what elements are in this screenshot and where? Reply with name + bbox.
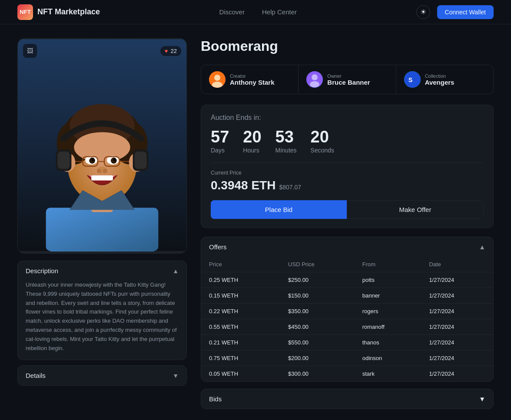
navbar-links: Discover Help Center	[219, 8, 297, 16]
offers-table: Price USD Price From Date 0.25 WETH $250…	[201, 257, 493, 381]
countdown-seconds-label: Seconds	[311, 147, 334, 154]
offer-date: 1/27/2024	[421, 319, 493, 335]
logo-icon: NFT	[17, 4, 33, 20]
bids-box: Bids ▼	[201, 389, 494, 409]
countdown-days: 57 Days	[211, 129, 229, 154]
theme-toggle-button[interactable]: ☀	[416, 5, 430, 19]
navbar-brand: NFT NFT Marketplace	[17, 4, 100, 20]
offer-usd: $150.00	[280, 288, 355, 304]
details-title: Details	[26, 372, 46, 379]
svg-point-27	[97, 169, 101, 173]
offer-date: 1/27/2024	[421, 335, 493, 351]
creator-info: Creator Anthony Stark	[230, 73, 275, 86]
image-top-bar: 🖼 ♥ 22	[23, 44, 181, 58]
creator-avatar	[209, 71, 226, 88]
bids-chevron-icon: ▼	[479, 395, 485, 403]
countdown-minutes-num: 53	[275, 129, 297, 145]
offers-chevron-icon: ▲	[479, 243, 485, 251]
offers-header[interactable]: Offers ▲	[201, 237, 493, 257]
sun-icon: ☀	[420, 8, 426, 16]
make-offer-button[interactable]: Make Offer	[347, 200, 484, 219]
connect-wallet-button[interactable]: Connect Wallet	[437, 5, 494, 19]
countdown-row: 57 Days 20 Hours 53 Minutes 20 Seconds	[211, 129, 484, 154]
table-row: 0.05 WETH $300.00 stark 1/27/2024	[201, 366, 493, 382]
nav-discover[interactable]: Discover	[219, 8, 245, 16]
left-panel: 🖼 ♥ 22	[17, 38, 187, 386]
price-row: 0.3948 ETH $807.07	[211, 179, 484, 192]
offer-from: potts	[355, 272, 421, 288]
offer-date: 1/27/2024	[421, 288, 493, 304]
description-header[interactable]: Description ▲	[18, 261, 186, 281]
offer-date: 1/27/2024	[421, 366, 493, 382]
offer-date: 1/27/2024	[421, 304, 493, 319]
nft-image-container: 🖼 ♥ 22	[17, 38, 187, 254]
offer-price: 0.75 WETH	[201, 351, 280, 366]
offer-from: thanos	[355, 335, 421, 351]
offer-from: stark	[355, 366, 421, 382]
offer-date: 1/27/2024	[421, 272, 493, 288]
creator-name: Anthony Stark	[230, 79, 275, 86]
svg-point-13	[74, 132, 130, 162]
creator-avatar-image	[209, 71, 226, 88]
collection-avatar-image: S	[404, 71, 421, 88]
svg-text:S: S	[408, 76, 412, 83]
description-body: Unleash your inner meowjesty with the Ta…	[18, 281, 186, 360]
svg-point-40	[310, 81, 319, 87]
offer-from: odinson	[355, 351, 421, 366]
table-row: 0.22 WETH $350.00 rogers 1/27/2024	[201, 304, 493, 319]
navbar: NFT NFT Marketplace Discover Help Center…	[0, 0, 511, 24]
offer-from: romanoff	[355, 319, 421, 335]
auction-title: Auction Ends in:	[211, 114, 484, 122]
collection-label: Collection	[425, 73, 455, 79]
offers-title: Offers	[209, 243, 227, 251]
place-bid-button[interactable]: Place Bid	[211, 200, 347, 219]
collection-cell: S Collection Avengers	[396, 65, 493, 94]
countdown-days-label: Days	[211, 147, 229, 154]
price-usd: $807.07	[279, 184, 301, 191]
owner-info: Owner Bruce Banner	[327, 73, 370, 86]
offer-usd: $550.00	[280, 335, 355, 351]
offers-col-price: Price	[201, 257, 280, 272]
creator-cell: Creator Anthony Stark	[201, 65, 299, 94]
owner-name: Bruce Banner	[327, 79, 370, 86]
countdown-seconds-num: 20	[311, 129, 334, 145]
nav-help-center[interactable]: Help Center	[262, 8, 297, 16]
like-badge[interactable]: ♥ 22	[160, 46, 181, 56]
offers-col-date: Date	[421, 257, 493, 272]
details-chevron-icon: ▼	[173, 372, 179, 379]
offers-col-from: From	[355, 257, 421, 272]
owner-cell: Owner Bruce Banner	[299, 65, 396, 94]
owner-avatar-image	[306, 71, 323, 88]
bids-header[interactable]: Bids ▼	[201, 389, 493, 409]
countdown-hours: 20 Hours	[243, 129, 261, 154]
owner-avatar	[306, 71, 323, 88]
description-chevron-icon: ▲	[173, 268, 179, 274]
divider	[211, 162, 484, 163]
svg-rect-25	[91, 175, 113, 181]
price-eth: 0.3948 ETH	[211, 179, 275, 192]
offers-box: Offers ▲ Price USD Price From Date 0.25 …	[201, 237, 494, 382]
countdown-hours-num: 20	[243, 129, 261, 145]
svg-point-36	[214, 75, 220, 81]
collection-avatar: S	[404, 71, 421, 88]
collection-info: Collection Avengers	[425, 73, 455, 86]
owner-label: Owner	[327, 73, 370, 79]
nft-name: Boomerang	[201, 38, 494, 54]
offer-price: 0.05 WETH	[201, 366, 280, 382]
details-header[interactable]: Details ▼	[18, 366, 186, 385]
offer-from: banner	[355, 288, 421, 304]
description-section: Description ▲ Unleash your inner meowjes…	[17, 261, 187, 360]
main-content: 🖼 ♥ 22	[0, 24, 511, 420]
countdown-minutes: 53 Minutes	[275, 129, 297, 154]
offers-table-body: 0.25 WETH $250.00 potts 1/27/2024 0.15 W…	[201, 272, 493, 382]
table-row: 0.15 WETH $150.00 banner 1/27/2024	[201, 288, 493, 304]
table-row: 0.55 WETH $450.00 romanoff 1/27/2024	[201, 319, 493, 335]
heart-icon: ♥	[165, 48, 168, 54]
like-count: 22	[171, 48, 177, 54]
offer-date: 1/27/2024	[421, 351, 493, 366]
svg-point-19	[113, 159, 116, 161]
offer-usd: $350.00	[280, 304, 355, 319]
svg-point-28	[103, 169, 107, 173]
action-buttons: Place Bid Make Offer	[211, 200, 484, 219]
offer-price: 0.21 WETH	[201, 335, 280, 351]
